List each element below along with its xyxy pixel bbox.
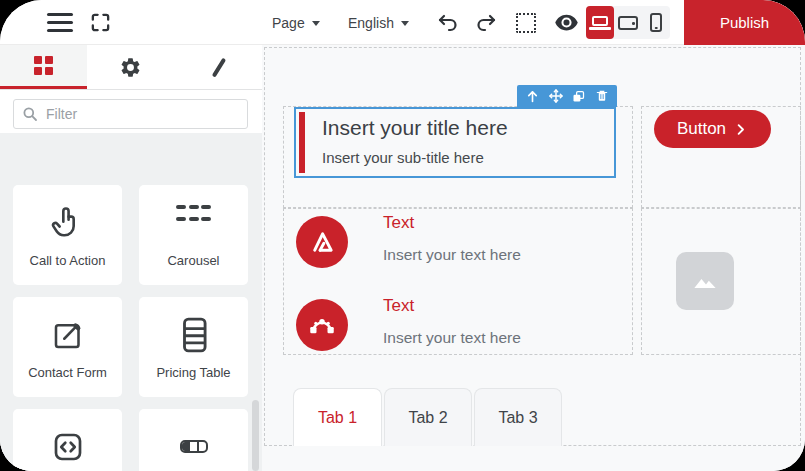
widget-pricing-table[interactable]: Pricing Table [139,297,248,397]
widget-tabs[interactable]: Tabs [139,409,248,471]
pricing-table-icon [177,315,211,355]
image-placeholder[interactable] [676,252,734,310]
widget-title[interactable]: Insert your title here [322,116,508,140]
marquee-select-icon[interactable] [510,0,542,45]
widget-slider[interactable]: Slider [13,409,122,471]
feature-row[interactable]: Text Insert your text here [296,213,626,309]
widget-call-to-action[interactable]: Call to Action [13,185,122,285]
mountains-image-icon [688,264,722,298]
search-icon [22,106,38,122]
sidebar: Call to Action Carousel Contact Form [0,45,262,471]
widgets-grid-icon [34,56,53,75]
chevron-down-icon [312,21,320,26]
trash-icon[interactable] [593,87,611,105]
duplicate-icon[interactable] [570,87,588,105]
tab-design[interactable] [175,45,262,89]
move-up-icon[interactable] [524,87,542,105]
editor-canvas: Insert your title here Insert your sub-t… [262,45,805,471]
widget-carousel[interactable]: Carousel [139,185,248,285]
feature-body[interactable]: Insert your text here [383,246,521,264]
widget-list: Call to Action Carousel Contact Form [0,133,262,471]
mobile-view-icon[interactable] [642,6,670,39]
drag-move-icon[interactable] [547,87,565,105]
bezier-curve-icon [296,299,348,351]
sidebar-tabbar [0,45,262,90]
tab-1[interactable]: Tab 1 [293,388,382,446]
tab-settings[interactable] [87,45,174,89]
topbar: Page English [0,0,805,45]
device-switcher [586,6,670,39]
widget-subtitle[interactable]: Insert your sub-title here [322,149,484,166]
tab-widgets[interactable] [0,45,87,89]
preview-eye-icon[interactable] [549,0,583,45]
desktop-view-icon[interactable] [586,6,614,39]
title-widget-selected[interactable]: Insert your title here Insert your sub-t… [294,107,616,178]
filter-input[interactable] [13,99,248,129]
hand-pointer-icon [49,203,86,243]
chevron-right-icon [733,122,748,137]
filter-field [13,99,248,129]
tab-2[interactable]: Tab 2 [384,388,472,446]
code-slider-icon [50,427,86,467]
sidebar-scrollbar[interactable] [252,400,259,471]
tabs-toggle-icon [180,440,208,453]
tab-3[interactable]: Tab 3 [474,388,562,446]
brush-icon [211,57,225,77]
tablet-view-icon[interactable] [614,6,642,39]
carousel-grid-icon [176,203,211,243]
widget-label: Contact Form [28,365,107,380]
element-toolbar [517,85,617,107]
tabs-widget: Tab 1 Tab 2 Tab 3 [293,388,564,446]
language-dropdown-label: English [348,15,394,31]
widget-contact-form[interactable]: Contact Form [13,297,122,397]
triangle-logo-icon [296,216,348,268]
language-dropdown[interactable]: English [348,0,409,45]
page-dropdown-label: Page [272,15,305,31]
feature-body[interactable]: Insert your text here [383,329,521,347]
undo-icon[interactable] [433,0,463,45]
redo-icon[interactable] [471,0,501,45]
menu-icon[interactable] [44,0,76,45]
chevron-down-icon [401,21,409,26]
widget-label: Carousel [167,253,219,268]
page-dropdown[interactable]: Page [272,0,320,45]
builder-window: Page English [0,0,805,471]
feature-row[interactable]: Text Insert your text here [296,296,626,392]
title-accent-bar [299,112,305,173]
publish-button[interactable]: Publish [684,0,805,45]
widget-label: Pricing Table [156,365,230,380]
feature-heading[interactable]: Text [383,213,414,233]
widget-label: Call to Action [30,253,106,268]
feature-heading[interactable]: Text [383,296,414,316]
gear-icon [119,56,142,79]
cta-button-widget[interactable]: Button [654,110,771,148]
fullscreen-icon[interactable] [85,0,115,45]
cta-button-label: Button [677,119,726,139]
edit-square-icon [50,315,86,355]
